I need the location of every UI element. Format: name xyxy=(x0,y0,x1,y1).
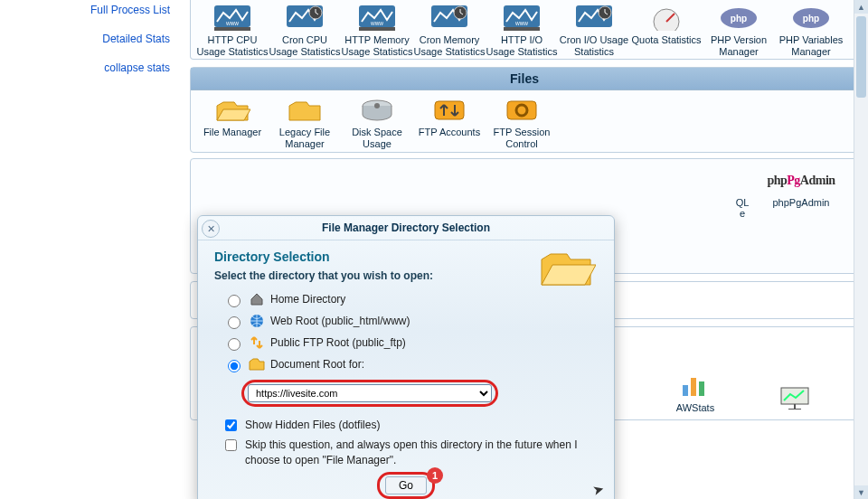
label: Legacy File Manager xyxy=(269,127,341,149)
disk-space-usage[interactable]: Disk Space Usage xyxy=(341,96,413,149)
radio-input[interactable] xyxy=(228,316,241,329)
awstats[interactable]: AWStats xyxy=(659,372,731,414)
label: phpPgAdmin xyxy=(773,197,830,209)
presentation-icon xyxy=(773,383,816,412)
scroll-thumb[interactable] xyxy=(856,16,866,98)
chart-clock-icon xyxy=(572,4,616,33)
go-button[interactable]: Go xyxy=(385,476,427,494)
modal-prompt: Select the directory that you wish to op… xyxy=(214,269,598,282)
db-icon xyxy=(721,166,764,195)
svg-rect-8 xyxy=(359,27,395,31)
chart-clock-icon xyxy=(428,4,471,33)
label: HTTP CPU Usage Statistics xyxy=(196,34,269,57)
svg-point-28 xyxy=(374,103,380,108)
files-header: Files xyxy=(191,68,858,90)
radio-public-ftp[interactable]: Public FTP Root (public_ftp) xyxy=(223,334,598,351)
scroll-down-button[interactable]: ▼ xyxy=(854,485,868,499)
radio-input[interactable] xyxy=(228,295,241,307)
folder-small-icon xyxy=(249,356,265,372)
sidebar-item-detailed-stats[interactable]: Detailed Stats xyxy=(0,29,181,49)
svg-text:WWW: WWW xyxy=(371,21,383,26)
svg-rect-32 xyxy=(683,385,688,396)
gauge-icon xyxy=(645,4,688,33)
php-icon: php xyxy=(789,4,833,33)
chart-icon: WWW xyxy=(211,4,254,33)
phppgadmin[interactable]: phpPgAdmin phpPgAdmin xyxy=(760,166,842,209)
label: Quota Statistics xyxy=(631,34,701,46)
label: Web Root (public_html/www) xyxy=(270,315,410,327)
scrollbar[interactable]: ▲ ▼ xyxy=(854,0,868,499)
ftp-accounts[interactable]: FTP Accounts xyxy=(413,96,486,149)
stat-cron-io[interactable]: Cron I/O Usage Statistics xyxy=(558,4,630,57)
label: Home Directory xyxy=(270,293,345,306)
partial-item[interactable]: QLe xyxy=(724,166,760,220)
label: Skip this question, and always open this… xyxy=(245,438,598,468)
stat-cron-mem[interactable]: Cron Memory Usage Statistics xyxy=(413,4,486,57)
label: PHP Version Manager xyxy=(703,34,775,57)
svg-text:WWW: WWW xyxy=(515,21,528,26)
folder-icon xyxy=(283,96,326,125)
stat-quota[interactable]: Quota Statistics xyxy=(630,4,703,57)
modal-body: Directory Selection Select the directory… xyxy=(198,240,614,499)
stat-http-cpu[interactable]: WWW HTTP CPU Usage Statistics xyxy=(196,4,269,57)
file-manager[interactable]: File Manager xyxy=(196,96,269,149)
scroll-up-button[interactable]: ▲ xyxy=(854,0,868,14)
php-variables-manager[interactable]: php PHP Variables Manager xyxy=(775,4,847,57)
svg-point-21 xyxy=(654,9,679,31)
show-hidden-row[interactable]: Show Hidden Files (dotfiles) xyxy=(222,418,598,434)
label: Public FTP Root (public_ftp) xyxy=(270,336,406,349)
file-manager-directory-modal: ✕ File Manager Directory Selection Direc… xyxy=(197,215,615,499)
ftp-gear-icon xyxy=(500,96,543,125)
stat-cron-cpu[interactable]: Cron CPU Usage Statistics xyxy=(269,4,341,57)
chart-icon: WWW xyxy=(355,4,399,33)
stat-http-io[interactable]: WWW HTTP I/O Usage Statistics xyxy=(486,4,558,57)
label: PHP Variables Manager xyxy=(775,34,847,57)
label: Cron I/O Usage Statistics xyxy=(558,34,630,57)
files-icons: File Manager Legacy File Manager Disk Sp… xyxy=(191,90,858,151)
disk-icon xyxy=(355,96,399,125)
bar-chart-icon xyxy=(674,372,717,400)
files-section: Files File Manager Legacy File Manager D… xyxy=(190,67,859,152)
show-hidden-checkbox[interactable] xyxy=(225,419,237,431)
skip-question-row[interactable]: Skip this question, and always open this… xyxy=(222,438,598,468)
globe-icon xyxy=(249,313,265,329)
go-highlight: Go 1 xyxy=(377,472,435,499)
radio-input[interactable] xyxy=(228,338,241,351)
close-icon[interactable]: ✕ xyxy=(202,220,220,238)
stats-icons: WWW HTTP CPU Usage Statistics Cron CPU U… xyxy=(191,0,858,59)
radio-home-directory[interactable]: Home Directory xyxy=(223,291,598,307)
radio-document-root[interactable]: Document Root for: xyxy=(223,356,598,372)
svg-rect-29 xyxy=(435,101,464,119)
annotation-badge: 1 xyxy=(427,467,443,484)
svg-rect-33 xyxy=(691,378,696,396)
label: Show Hidden Files (dotfiles) xyxy=(245,418,380,433)
label: Cron CPU Usage Statistics xyxy=(269,34,341,57)
document-root-select-highlight: https://livesite.com xyxy=(241,380,498,407)
phppgadmin-icon: phpPgAdmin xyxy=(779,166,823,195)
legacy-file-manager[interactable]: Legacy File Manager xyxy=(269,96,341,149)
label: Cron Memory Usage Statistics xyxy=(413,34,486,57)
skip-question-checkbox[interactable] xyxy=(225,439,237,451)
folder-open-icon xyxy=(211,96,254,125)
label: HTTP Memory Usage Statistics xyxy=(341,34,413,57)
svg-text:php: php xyxy=(731,14,747,24)
svg-rect-1 xyxy=(214,27,250,31)
svg-text:WWW: WWW xyxy=(226,21,239,26)
ftp-arrows-icon xyxy=(249,334,265,351)
sidebar-item-collapse-stats[interactable]: collapse stats xyxy=(0,58,181,78)
modal-heading: Directory Selection xyxy=(214,250,598,264)
ftp-icon xyxy=(428,96,471,125)
ftp-session-control[interactable]: FTP Session Control xyxy=(486,96,558,149)
modal-title: File Manager Directory Selection xyxy=(198,216,614,240)
radio-input[interactable] xyxy=(228,360,241,372)
sidebar-item-full-process[interactable]: Full Process List xyxy=(0,0,181,20)
label: Disk Space Usage xyxy=(341,127,413,149)
php-version-manager[interactable]: php PHP Version Manager xyxy=(703,4,775,57)
chart-clock-icon xyxy=(283,4,326,33)
document-root-select[interactable]: https://livesite.com xyxy=(248,384,492,402)
stat-http-mem[interactable]: WWW HTTP Memory Usage Statistics xyxy=(341,4,413,57)
label: Document Root for: xyxy=(270,358,364,371)
radio-web-root[interactable]: Web Root (public_html/www) xyxy=(223,313,598,329)
graph-item[interactable] xyxy=(759,383,831,414)
label: QLe xyxy=(736,197,750,220)
